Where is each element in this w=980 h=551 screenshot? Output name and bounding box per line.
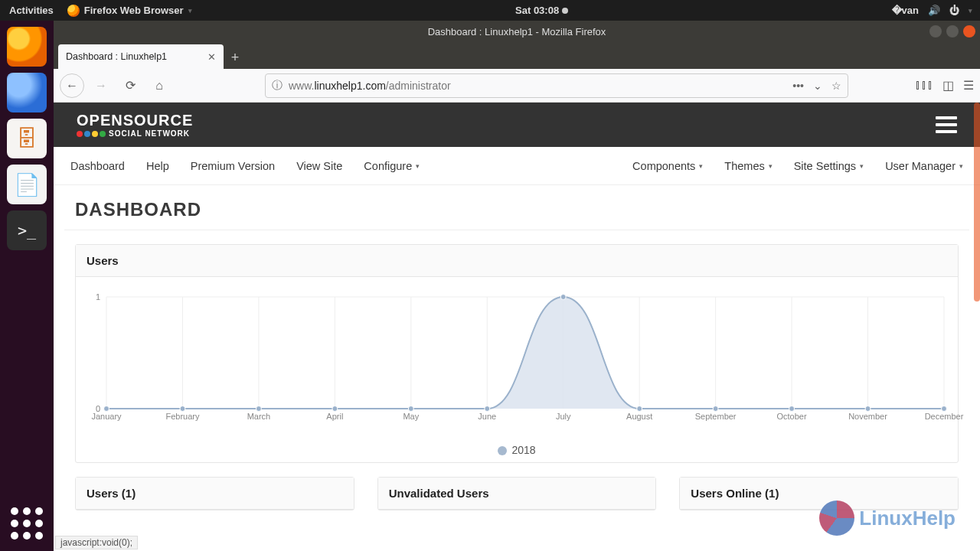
x-tick: September <box>695 412 737 421</box>
gnome-top-bar: Activities Firefox Web Browser ▾ Sat 03:… <box>0 0 980 21</box>
chevron-down-icon: ▾ <box>416 162 420 170</box>
panel-heading: Users <box>76 245 958 277</box>
new-tab-button[interactable]: + <box>224 46 247 69</box>
dock-writer[interactable]: 📄 <box>7 165 47 204</box>
x-tick: January <box>91 412 121 421</box>
chevron-down-icon[interactable]: ▾ <box>969 7 972 15</box>
svg-point-19 <box>560 295 566 300</box>
menu-site-settings[interactable]: Site Settings ▾ <box>794 160 864 172</box>
activities-button[interactable]: Activities <box>9 5 54 17</box>
library-icon[interactable]: ⫿⫿⫿ <box>915 78 933 93</box>
nav-toolbar: ← → ⟳ ⌂ ⓘ www.linuxhelp1.com/administrat… <box>54 69 980 103</box>
dock-firefox[interactable] <box>7 27 47 67</box>
status-text: javascript:void(0); <box>55 536 138 549</box>
svg-point-15 <box>256 406 261 412</box>
bookmark-icon[interactable]: ☆ <box>831 80 841 92</box>
users-chart-panel: Users 1 0 <box>75 244 959 463</box>
x-tick: November <box>848 412 887 421</box>
users-card: Users (1) <box>75 477 354 510</box>
window-maximize[interactable] <box>946 25 959 37</box>
window-titlebar: Dashboard : Linuxhelp1 - Mozilla Firefox <box>54 21 980 42</box>
svg-point-16 <box>332 406 338 412</box>
browser-tab[interactable]: Dashboard : Linuxhelp1 ✕ <box>58 44 224 69</box>
info-icon[interactable]: ⓘ <box>272 79 283 93</box>
menu-configure[interactable]: Configure▾ <box>364 160 420 172</box>
forward-button[interactable]: → <box>89 73 113 98</box>
clock[interactable]: Sat 03:08 <box>515 5 568 16</box>
svg-point-21 <box>713 406 718 412</box>
page-actions-icon[interactable]: ••• <box>792 80 804 92</box>
pocket-icon[interactable]: ⌄ <box>813 80 822 92</box>
dock-terminal[interactable]: >_ <box>7 210 47 250</box>
app-header: OPENSOURCE SOCIAL NETWORK <box>54 103 980 147</box>
page-title: DASHBOARD <box>64 185 969 230</box>
chevron-down-icon: ▾ <box>860 162 864 170</box>
dock-thunderbird[interactable] <box>7 73 47 112</box>
menu-components[interactable]: Components ▾ <box>632 160 703 172</box>
unvalidated-users-card: Unvalidated Users <box>377 477 657 510</box>
x-tick: December <box>925 412 964 421</box>
reload-button[interactable]: ⟳ <box>118 73 142 98</box>
chevron-down-icon: ▾ <box>699 162 703 170</box>
firefox-icon <box>67 5 80 17</box>
y-tick: 1 <box>96 292 100 302</box>
menu-view-site[interactable]: View Site <box>296 160 342 172</box>
svg-point-13 <box>104 406 109 412</box>
menu-dashboard[interactable]: Dashboard <box>70 160 125 172</box>
menu-premium-version[interactable]: Premium Version <box>191 160 275 172</box>
svg-point-18 <box>485 406 490 412</box>
tab-title: Dashboard : Linuxhelp1 <box>66 51 167 62</box>
tab-strip: Dashboard : Linuxhelp1 ✕ + <box>54 42 980 69</box>
menu-themes[interactable]: Themes ▾ <box>724 160 772 172</box>
logo-dots-icon <box>77 131 106 137</box>
chevron-down-icon: ▾ <box>959 162 963 170</box>
record-indicator-icon <box>562 8 568 14</box>
back-button[interactable]: ← <box>60 73 84 98</box>
close-icon[interactable]: ✕ <box>207 51 216 63</box>
dock-files[interactable]: 🗄 <box>7 119 47 158</box>
app-menu[interactable]: Firefox Web Browser ▾ <box>67 5 192 17</box>
volume-icon[interactable]: 🔊 <box>928 5 940 16</box>
svg-point-20 <box>637 406 642 412</box>
hamburger-menu[interactable] <box>936 116 957 133</box>
svg-point-23 <box>865 406 871 412</box>
card-heading: Unvalidated Users <box>378 478 656 510</box>
x-tick: October <box>777 412 807 421</box>
chart-legend: 2018 <box>83 441 950 456</box>
svg-point-24 <box>942 406 947 412</box>
watermark: LinuxHelp <box>819 500 956 536</box>
x-tick: August <box>626 412 652 421</box>
users-chart: 1 0 JanuaryFebruaryMarchAprilMayJuneJ <box>83 288 950 441</box>
x-tick: March <box>247 412 271 421</box>
page-content: OPENSOURCE SOCIAL NETWORK DashboardHelpP… <box>54 103 980 551</box>
swirl-icon <box>819 500 854 536</box>
menu-icon[interactable]: ☰ <box>963 78 974 93</box>
svg-point-14 <box>180 406 185 412</box>
menu-help[interactable]: Help <box>146 160 169 172</box>
menu-user-manager[interactable]: User Manager ▾ <box>885 160 963 172</box>
sidebar-icon[interactable]: ◫ <box>942 78 954 93</box>
card-heading: Users (1) <box>76 478 354 510</box>
x-tick: February <box>165 412 199 421</box>
svg-point-22 <box>789 406 795 412</box>
power-icon[interactable]: ⏻ <box>949 5 959 16</box>
x-tick: April <box>326 412 343 421</box>
home-button[interactable]: ⌂ <box>147 73 172 98</box>
x-tick: July <box>556 412 571 421</box>
window-minimize[interactable] <box>929 25 942 37</box>
legend-swatch-icon <box>498 446 507 455</box>
app-logo: OPENSOURCE SOCIAL NETWORK <box>77 112 193 138</box>
x-tick: June <box>478 412 496 421</box>
chevron-down-icon: ▾ <box>769 162 773 170</box>
admin-menubar: DashboardHelpPremium VersionView SiteCon… <box>54 147 980 185</box>
scrollbar[interactable] <box>974 103 980 302</box>
window-close[interactable] <box>963 25 975 37</box>
x-tick: May <box>403 412 419 421</box>
address-bar[interactable]: ⓘ www.linuxhelp1.com/administrator ••• ⌄… <box>265 73 848 98</box>
svg-point-17 <box>408 406 413 412</box>
firefox-window: Dashboard : Linuxhelp1 - Mozilla Firefox… <box>54 21 980 551</box>
ubuntu-dock: 🗄 📄 >_ <box>0 21 54 551</box>
dock-show-apps[interactable] <box>7 504 47 543</box>
window-title: Dashboard : Linuxhelp1 - Mozilla Firefox <box>428 26 606 37</box>
network-icon[interactable]: �van <box>892 5 919 16</box>
